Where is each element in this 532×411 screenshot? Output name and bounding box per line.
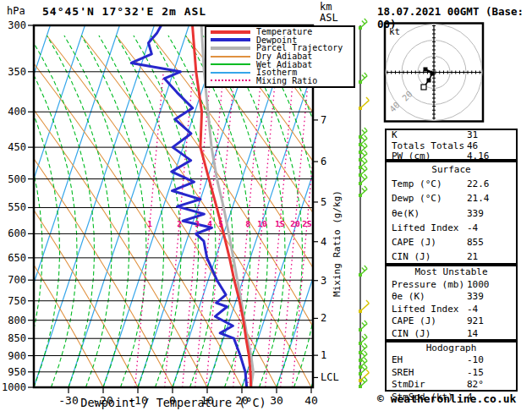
table-row: EH-10 — [387, 354, 516, 366]
row-label: CAPE (J) — [392, 237, 436, 248]
row-label: Pressure (mb) — [392, 279, 464, 290]
svg-text:450: 450 — [8, 141, 26, 153]
svg-text:350: 350 — [8, 66, 26, 78]
svg-text:2: 2 — [321, 312, 326, 324]
svg-text:40: 40 — [304, 394, 318, 407]
legend-swatch — [211, 72, 250, 74]
row-value: 31 — [467, 130, 478, 141]
row-value: -4 — [467, 304, 478, 316]
svg-text:5: 5 — [321, 196, 326, 208]
svg-text:900: 900 — [8, 350, 26, 362]
row-label: SREH — [392, 367, 414, 378]
legend-swatch — [211, 38, 250, 41]
height-unit-asl: ASL — [320, 13, 338, 24]
svg-text:1: 1 — [321, 349, 326, 361]
wind-barb-column — [359, 19, 369, 388]
row-label: CAPE (J) — [392, 315, 436, 326]
table-row: SREH-15 — [387, 367, 516, 379]
svg-text:550: 550 — [8, 201, 26, 213]
table-row: θe (K)339 — [387, 291, 516, 304]
table-row: Temp (°C)22.6 — [387, 177, 516, 191]
table-row: θe(K)339 — [387, 206, 516, 221]
svg-text:950: 950 — [8, 366, 26, 378]
legend-swatch — [211, 30, 250, 34]
km-tick-labels: 87654321LCLMixing Ratio (g/kg) — [313, 72, 343, 384]
svg-text:Mixing Ratio (g/kg): Mixing Ratio (g/kg) — [332, 190, 343, 297]
svg-text:4: 4 — [207, 219, 212, 228]
row-value: -15 — [467, 367, 484, 379]
svg-text:3: 3 — [321, 275, 326, 287]
svg-text:700: 700 — [8, 274, 26, 286]
legend-swatch — [211, 79, 250, 81]
row-value: 21.4 — [467, 191, 490, 206]
legend-swatch — [211, 47, 250, 50]
row-value: 14 — [467, 328, 478, 341]
legend-label: Mixing Ratio — [256, 77, 317, 85]
row-value: 339 — [467, 206, 484, 221]
svg-text:6: 6 — [321, 156, 326, 167]
row-label: Lifted Index — [392, 222, 458, 233]
legend: TemperatureDewpointParcel TrajectoryDry … — [205, 25, 355, 88]
table-row: CAPE (J)855 — [387, 235, 516, 249]
indices-table-stability: K31Totals Totals46PW (cm)4.16 — [385, 129, 518, 161]
svg-text:25: 25 — [302, 219, 312, 228]
table-title: Surface — [387, 162, 516, 177]
svg-text:1000: 1000 — [2, 381, 26, 393]
row-label: EH — [392, 354, 403, 365]
page-title: 54°45'N 17°32'E 2m ASL — [42, 5, 206, 18]
svg-text:800: 800 — [8, 315, 26, 326]
svg-text:20: 20 — [290, 219, 300, 228]
svg-text:3: 3 — [195, 219, 200, 228]
table-row: Dewp (°C)21.4 — [387, 191, 516, 206]
row-label: Temp (°C) — [392, 178, 442, 189]
row-value: 21 — [467, 249, 478, 264]
row-value: -10 — [467, 354, 484, 366]
row-value: -4 — [467, 221, 478, 235]
row-label: CIN (J) — [392, 328, 431, 339]
indices-table-surface: SurfaceTemp (°C)22.6Dewp (°C)21.4θe(K)33… — [385, 161, 518, 265]
table-title: Hodograph — [387, 342, 516, 354]
legend-label: Dry Adiabat — [256, 52, 312, 60]
svg-text:650: 650 — [8, 252, 26, 264]
svg-text:500: 500 — [8, 173, 26, 185]
svg-text:15: 15 — [275, 219, 285, 228]
svg-text:600: 600 — [8, 227, 26, 239]
table-row: Lifted Index-4 — [387, 221, 516, 235]
table-row: Lifted Index-4 — [387, 304, 516, 316]
svg-text:-30: -30 — [58, 394, 78, 407]
legend-swatch — [211, 56, 250, 58]
svg-text:400: 400 — [8, 106, 26, 118]
table-row: Pressure (mb)1000 — [387, 279, 516, 292]
temperature-tick-labels: -30-20-10010203040Dewpoint / Temperature… — [58, 388, 318, 409]
row-value: 339 — [467, 291, 484, 304]
svg-text:LCL: LCL — [321, 371, 339, 383]
row-label: CIN (J) — [392, 251, 431, 262]
skewt-sounding-page: 3003504004505005506006507007508008509009… — [0, 0, 532, 411]
indices-table-hodograph: HodographEH-10SREH-15StmDir82°StmSpd (kt… — [385, 341, 518, 392]
legend-label: Temperature — [256, 28, 312, 36]
svg-text:1: 1 — [147, 219, 152, 228]
svg-text:Dewpoint / Temperature (°C): Dewpoint / Temperature (°C) — [80, 396, 266, 409]
pressure-tick-labels: 3003504004505005506006507007508008509009… — [2, 19, 34, 393]
datetime-title: 18.07.2021 00GMT (Base: 00) — [377, 5, 532, 30]
row-label: Dewp (°C) — [392, 193, 442, 204]
legend-swatch — [211, 63, 250, 65]
svg-text:8: 8 — [245, 219, 250, 228]
pressure-axis-unit: hPa — [7, 5, 25, 17]
svg-text:5: 5 — [218, 219, 223, 228]
wet-adiabats — [0, 36, 354, 387]
svg-text:300: 300 — [8, 19, 26, 31]
row-value: 82° — [467, 379, 484, 391]
svg-text:30: 30 — [270, 394, 283, 407]
copyright-text: © weatheronline.co.uk — [377, 392, 516, 405]
table-row: CAPE (J)921 — [387, 315, 516, 328]
hodograph: kt2040 — [385, 24, 483, 122]
row-value: 855 — [467, 235, 484, 249]
table-title: Most Unstable — [387, 266, 516, 279]
row-value: 22.6 — [467, 177, 490, 191]
table-row: CIN (J)21 — [387, 249, 516, 264]
svg-text:850: 850 — [8, 332, 26, 344]
svg-text:7: 7 — [321, 114, 326, 126]
row-label: θe (K) — [392, 291, 425, 302]
svg-text:10: 10 — [257, 219, 267, 228]
